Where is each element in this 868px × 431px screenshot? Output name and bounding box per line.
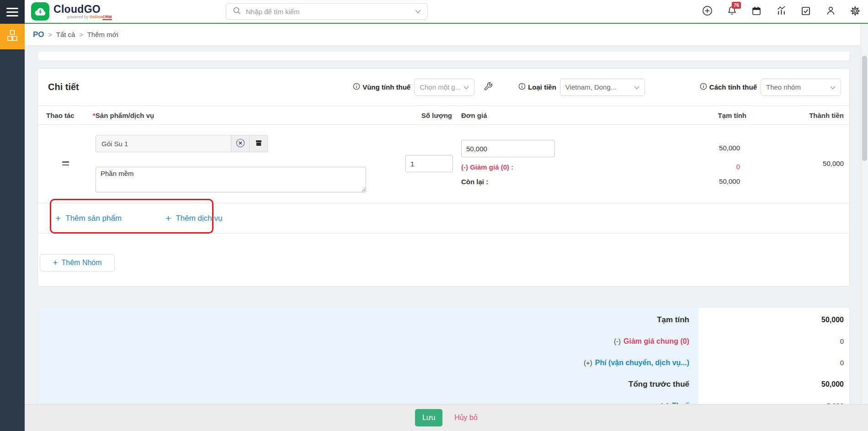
breadcrumb-item-po[interactable]: PO	[33, 30, 44, 39]
add-product-button[interactable]: + Thêm sản phẩm	[55, 214, 122, 223]
page-content: Chi tiết Vùng tính thuế Chọn một g...	[25, 46, 868, 404]
summary-pretax-label: Tổng trước thuế	[628, 380, 689, 389]
tax-method-select[interactable]: Theo nhóm	[761, 79, 841, 96]
column-header-product: *Sản phẩm/dịch vụ	[93, 112, 390, 119]
column-header-action: Thao tác	[38, 112, 93, 119]
summary-discount-link[interactable]: Giảm giá chung (0)	[623, 337, 689, 346]
search-scope-chevron-icon[interactable]	[415, 7, 421, 16]
profile-button[interactable]	[825, 6, 836, 17]
cloudgo-logo[interactable]: CloudGO powered by OnlineCRM	[31, 2, 112, 21]
circle-x-icon	[235, 138, 245, 149]
menu-button[interactable]	[0, 0, 25, 24]
sidebar-item-products[interactable]	[0, 24, 25, 49]
plus-prefix: (+)	[584, 359, 592, 367]
add-service-button[interactable]: + Thêm dịch vụ	[165, 214, 222, 223]
breadcrumb-separator: >	[48, 31, 52, 38]
line-total-value: 50,000	[746, 160, 844, 167]
cancel-button[interactable]: Hủy bỏ	[454, 414, 478, 422]
product-picker-group	[96, 135, 268, 152]
calendar-icon	[751, 6, 761, 17]
tax-region-label: Vùng tính thuế	[353, 83, 410, 91]
breadcrumb-bar: PO > Tất cả > Thêm mới	[25, 24, 868, 46]
summary-row-subtotal: Tạm tính 50,000	[38, 309, 849, 330]
line-items-header: Thao tác *Sản phẩm/dịch vụ Số lượng Đơn …	[38, 106, 849, 125]
quick-add-button[interactable]	[702, 6, 713, 17]
summary-row-pretax-total: Tổng trước thuế 50,000	[38, 373, 849, 395]
add-group-button[interactable]: + Thêm Nhóm	[40, 254, 115, 271]
cubes-icon	[5, 29, 19, 44]
sidebar	[0, 0, 25, 431]
summary-subtotal-label: Tạm tính	[657, 315, 689, 325]
settings-button[interactable]	[850, 6, 861, 17]
product-box-icon	[255, 139, 263, 149]
chevron-down-icon	[634, 83, 639, 91]
search-icon	[233, 6, 241, 16]
breadcrumb-item-all[interactable]: Tất cả	[56, 31, 75, 38]
line-discount-link[interactable]: (-) Giảm giá (0) :	[461, 163, 605, 171]
hamburger-icon	[6, 8, 18, 9]
person-icon	[825, 5, 836, 17]
vertical-scrollbar[interactable]	[861, 24, 868, 404]
notifications-button[interactable]: 76	[726, 6, 737, 17]
select-product-button[interactable]	[250, 135, 268, 152]
product-name-input[interactable]	[96, 135, 231, 152]
quantity-input[interactable]	[405, 155, 453, 172]
remaining-label: Còn lại :	[461, 178, 605, 186]
tasks-button[interactable]	[800, 6, 811, 17]
scrollbar-thumb[interactable]	[862, 56, 867, 161]
line-item-row: Phần mềm (-) Giảm giá (0) : Còn lại : 50…	[38, 125, 849, 203]
previous-section-card-bottom	[37, 52, 850, 61]
info-icon	[353, 83, 360, 91]
clear-product-button[interactable]	[231, 135, 250, 152]
line-discount-value: 0	[605, 163, 740, 170]
summary-subtotal-value: 50,000	[821, 316, 844, 324]
summary-card: Tạm tính 50,000 (-) Giảm giá chung (0) 0…	[37, 307, 850, 404]
drag-handle[interactable]	[62, 161, 69, 165]
brand-name: CloudGO	[53, 4, 112, 15]
info-icon	[700, 83, 707, 91]
column-header-line-total: Thành tiền	[746, 112, 849, 119]
info-icon	[518, 83, 526, 91]
global-search	[226, 3, 428, 20]
footer-action-bar: Lưu Hủy bỏ	[25, 404, 868, 431]
chart-icon	[776, 5, 787, 17]
search-input[interactable]	[246, 8, 410, 16]
plus-icon: +	[165, 214, 171, 223]
brand-powered-by: powered by OnlineCRM	[67, 15, 112, 20]
detail-card: Chi tiết Vùng tính thuế Chọn một g...	[37, 68, 850, 287]
reports-button[interactable]	[776, 6, 787, 17]
tax-method-label: Cách tính thuế	[700, 83, 757, 91]
plus-icon: +	[53, 258, 58, 268]
currency-select[interactable]: Vietnam, Dong...	[560, 79, 645, 96]
wrench-icon	[484, 82, 493, 92]
add-buttons-row: + Thêm sản phẩm + Thêm dịch vụ	[38, 203, 849, 234]
currency-label: Loại tiền	[518, 83, 556, 91]
summary-row-tax: (+) Thuế 5,000	[38, 395, 849, 404]
currency-control: Loại tiền Vietnam, Dong...	[518, 79, 645, 96]
tax-region-control: Vùng tính thuế Chọn một g...	[353, 79, 493, 96]
save-button[interactable]: Lưu	[415, 409, 442, 426]
gear-icon	[850, 5, 861, 18]
unit-price-input[interactable]	[461, 140, 555, 157]
notification-badge: 76	[732, 2, 741, 9]
chevron-down-icon	[463, 83, 469, 91]
column-header-unit-price: Đơn giá	[454, 112, 605, 119]
summary-fees-link[interactable]: Phí (vận chuyển, dịch vụ...)	[595, 359, 689, 367]
breadcrumb-separator: >	[79, 31, 83, 38]
tax-config-button[interactable]	[484, 82, 493, 92]
cloud-logo-icon	[31, 2, 49, 21]
summary-discount-value: 0	[840, 337, 844, 345]
calendar-button[interactable]	[751, 6, 762, 17]
plus-circle-icon	[702, 5, 713, 17]
breadcrumb-item-new: Thêm mới	[87, 31, 118, 38]
column-header-subtotal: Tạm tính	[605, 112, 746, 119]
description-textarea[interactable]: Phần mềm	[96, 167, 366, 192]
line-subtotal-value: 50,000	[605, 144, 740, 152]
tax-region-select[interactable]: Chọn một g...	[414, 79, 474, 96]
line-remaining-value: 50,000	[605, 177, 740, 185]
plus-icon: +	[55, 214, 61, 223]
column-header-quantity: Số lượng	[390, 112, 454, 119]
minus-prefix: (-)	[614, 337, 621, 345]
section-title: Chi tiết	[48, 82, 79, 92]
topbar: CloudGO powered by OnlineCRM 76	[25, 0, 868, 24]
